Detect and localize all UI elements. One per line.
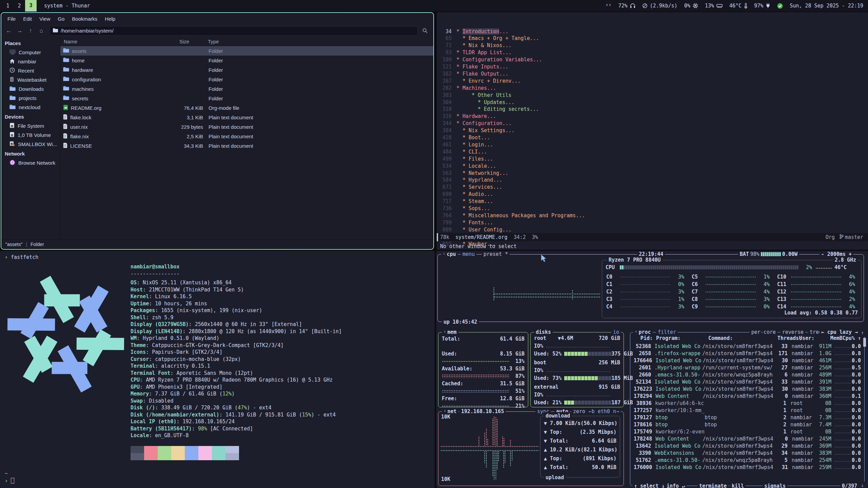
cpu-tab[interactable]: ¹cpu (441, 251, 458, 258)
process-row[interactable]: 51762 .emacs-31.0.50- /nix/store/wnqz5pa… (634, 457, 861, 463)
process-row[interactable]: 2660 .emacs-31.0.50- /nix/store/wnqz5pa8… (634, 372, 861, 378)
file-row-license[interactable]: LICENSE 34,3 KiB Plain text document (60, 141, 433, 150)
up-button[interactable]: ↑ (26, 26, 35, 35)
process-row[interactable]: 52368 Isolated Web Co /nix/store/sm8fmrf… (634, 343, 861, 349)
process-row[interactable]: 175749 kworker/6:2-even 1 root 0B 0.0 (634, 429, 861, 435)
column-size[interactable]: Size (177, 39, 205, 44)
menu-tab[interactable]: menu (461, 251, 476, 258)
sidebar-item-nextcloud[interactable]: nextcloud (1, 103, 60, 112)
sidebar-item-browse-network[interactable]: Browse Network (1, 158, 60, 167)
path-entry[interactable]: /home/nambiar/system/ (50, 26, 418, 36)
proc-action-0[interactable]: ↑ select ↓ (632, 482, 666, 488)
org-heading: * Nix Settings... (452, 127, 515, 134)
fastfetch-line: Display (LEN414B): 2880x1800 @ 120 Hz (a… (131, 328, 342, 334)
proc-action-4[interactable]: signals (763, 482, 787, 488)
status-module-ram-icon[interactable]: 13% (705, 3, 723, 9)
org-heading: * User Config... (452, 227, 512, 233)
process-row[interactable]: 3390 WebExtensions /nix/store/sm8fmrf3wp… (634, 450, 861, 456)
sidebar-item-label: Browse Network (18, 160, 55, 166)
disks-tab[interactable]: disks (534, 328, 553, 336)
status-module-text-0[interactable]: ᶻᶻ (605, 3, 611, 9)
process-row[interactable]: 178294 Web Content /nix/store/sm8fmrf3wp… (634, 393, 861, 399)
line-number: 34 (437, 28, 452, 35)
file-row-configuration[interactable]: configuration Folder (60, 75, 433, 84)
column-name[interactable]: Name (60, 39, 177, 44)
menu-help[interactable]: Help (101, 15, 119, 23)
filter-tab[interactable]: filter (656, 328, 678, 336)
org-heading-line: 534 * Locale... (437, 162, 496, 169)
io-tab[interactable]: io (611, 328, 621, 336)
process-row[interactable]: 38936 kworker/u64:6-kc 1 root 0B 0.0 (634, 400, 861, 406)
sidebar-item-file-system[interactable]: File System (1, 121, 60, 130)
status-module-text-8[interactable]: Sun, 28 Sep 2025 - 22:19 (790, 3, 863, 9)
file-row-flake-nix[interactable]: flake.nix 2,5 KiB Plain text document (60, 131, 433, 141)
sidebar-item-computer[interactable]: Computer (1, 48, 60, 57)
workspace-1[interactable]: 1 (2, 0, 14, 12)
menu-view[interactable]: View (36, 15, 54, 23)
disk-used-row: Used: 73% 185 MiB (534, 375, 620, 381)
file-row-machines[interactable]: machines Folder (60, 84, 433, 94)
org-heading: * Networking... (452, 170, 508, 176)
process-row[interactable]: 178248 Web Content /nix/store/sm8fmrf3wp… (634, 436, 861, 442)
process-row[interactable]: 177257 kworker/10:1-mm_ 1 root 0B 0.0 (634, 407, 861, 413)
sidebar-item-smallbox-wi-[interactable]: SMALLBOX Wi... (1, 140, 60, 149)
sidebar-item-nambiar[interactable]: nambiar (1, 57, 60, 66)
preset-tab[interactable]: preset * (482, 251, 510, 258)
line-number: 809 (437, 227, 452, 233)
file-name: machines (72, 86, 94, 92)
workspace-3[interactable]: 3 (25, 0, 37, 12)
proc-action-2[interactable]: terminate (697, 482, 728, 488)
per-core-option[interactable]: per-core (750, 328, 777, 336)
org-heading: * Configuration Variables... (452, 57, 542, 63)
menu-bookmarks[interactable]: Bookmarks (68, 15, 101, 23)
file-row-secrets[interactable]: secrets Folder (60, 94, 433, 103)
status-module-thermometer-icon[interactable]: 46°C (729, 3, 747, 9)
scrollbar-thumb[interactable] (863, 338, 866, 347)
reverse-option[interactable]: reverse (781, 328, 805, 336)
scroll-up-indicator[interactable]: ↑ (859, 329, 866, 337)
org-heading: * Miscellaneous Packages and Programs... (452, 212, 585, 219)
status-module-plug-icon[interactable]: 97% (754, 3, 770, 9)
process-row[interactable]: 13642 Isolated Web Co /nix/store/sm8fmrf… (634, 443, 861, 449)
sidebar-item-recent[interactable]: Recent (1, 66, 60, 75)
scroll-down-indicator[interactable]: ↓ (859, 482, 866, 488)
process-row[interactable]: 178616 btop btop 2 nambiar 7.4M 0.0 (634, 422, 861, 428)
sidebar-item-downloads[interactable]: Downloads (1, 84, 60, 94)
process-row[interactable]: 179127 btop btop 2 nambiar 7.3M 0.0 (634, 414, 861, 421)
process-row[interactable]: 176646 Isolated Web Co /nix/store/sm8fmr… (634, 358, 861, 364)
file-row-assets[interactable]: assets Folder (60, 46, 433, 56)
forward-button[interactable]: → (15, 26, 24, 35)
menu-go[interactable]: Go (54, 15, 68, 23)
workspace-2[interactable]: 2 (14, 0, 25, 12)
status-module-network-icon[interactable]: (2.9kb/s) (642, 3, 677, 9)
back-button[interactable]: ← (4, 26, 14, 35)
home-button[interactable]: ⌂ (37, 26, 46, 35)
file-row-user-nix[interactable]: user.nix 229 bytes Plain text document (60, 122, 433, 131)
sort-column[interactable]: ← cpu lazy → (820, 328, 860, 336)
process-row[interactable]: 2658 .firefox-wrappe /nix/store/sm8fmrf3… (634, 350, 861, 357)
cpu-frequency: 2.8 GHz (833, 256, 858, 264)
sidebar-item-1-0-tb-volume[interactable]: 1,0 TB Volume (1, 130, 60, 140)
sidebar-item-projects[interactable]: projects (1, 94, 60, 103)
status-module-cpu-chip-icon[interactable]: 0% (684, 3, 698, 9)
file-row-readme-org[interactable]: README.org 76,4 KiB Org-mode file (60, 103, 433, 113)
process-row[interactable]: 52134 Isolated Web Co /nix/store/sm8fmrf… (634, 379, 861, 385)
proc-tab[interactable]: ⁴proc (633, 328, 653, 336)
proc-action-3[interactable]: kill (730, 482, 746, 488)
menu-edit[interactable]: Edit (20, 15, 35, 23)
column-type[interactable]: Type (205, 39, 219, 44)
file-row-hardware[interactable]: hardware Folder (60, 65, 433, 75)
menu-file[interactable]: File (4, 15, 19, 23)
status-module-headphones-icon[interactable]: 72% (618, 3, 635, 9)
status-module-check-icon[interactable] (777, 3, 783, 9)
file-row-flake-lock[interactable]: flake.lock 3,1 KiB Plain text document (60, 113, 433, 122)
process-row[interactable]: 176223 Isolated Web Co /nix/store/sm8fmr… (634, 386, 861, 392)
proc-action-1[interactable]: info ↵ (665, 482, 687, 488)
fastfetch-line: Terminal Font: Aporetic Sans Mono (12pt) (131, 370, 253, 376)
process-row[interactable]: 176000 Isolated Web Co /nix/store/sm8fmr… (634, 464, 861, 470)
process-row[interactable]: 2601 .Hyprland-wrapp /run/current-system… (634, 365, 861, 371)
mem-tab[interactable]: ²mem (442, 328, 458, 336)
sidebar-item-wastebasket[interactable]: Wastebasket (1, 75, 60, 84)
file-row-home[interactable]: home Folder (60, 56, 433, 65)
search-button[interactable] (419, 26, 431, 35)
